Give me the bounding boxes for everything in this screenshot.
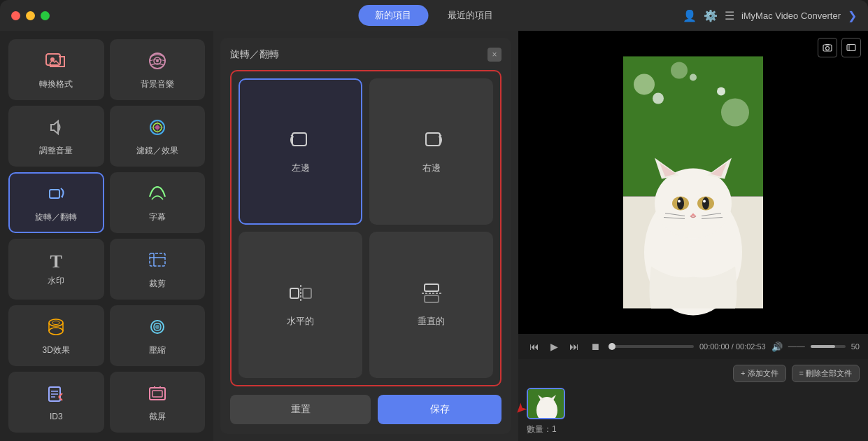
volume-bar[interactable] — [811, 345, 846, 348]
rotate-label: 旋轉／翻轉 — [35, 211, 77, 223]
rotate-option-horizontal[interactable]: 水平的 — [239, 232, 362, 378]
traffic-light-green[interactable] — [41, 11, 50, 20]
volume-icon-sidebar — [45, 118, 66, 141]
delete-all-button[interactable]: = 刪除全部文件 — [792, 365, 860, 382]
file-list-area: + 添加文件 = 刪除全部文件 數量：1 — [518, 359, 868, 441]
play-btn[interactable]: ▶ — [548, 340, 561, 354]
tab-new-project[interactable]: 新的項目 — [358, 5, 428, 26]
svg-rect-27 — [292, 133, 306, 146]
sidebar-item-rotate[interactable]: 旋轉／翻轉 — [8, 172, 104, 233]
rotate-options-container: 左邊 右邊 — [230, 70, 501, 386]
filter-icon — [147, 118, 168, 141]
screenshot-label: 截屏 — [149, 411, 166, 423]
stop-btn[interactable]: ⏹ — [588, 340, 603, 354]
sidebar-item-volume[interactable]: 調整音量 — [8, 106, 104, 167]
add-file-button[interactable]: + 添加文件 — [733, 365, 785, 382]
svg-rect-31 — [303, 288, 311, 298]
video-preview — [518, 31, 868, 334]
sidebar-item-id3[interactable]: ID3 — [8, 372, 104, 433]
right-panel: ⏮ ▶ ⏭ ⏹ 00:00:00 / 00:02:53 🔊 —— 50 + — [518, 31, 868, 441]
file-thumb-inner — [528, 389, 564, 418]
svg-rect-24 — [152, 391, 162, 397]
sidebar-item-3d[interactable]: 3D效果 — [8, 305, 104, 366]
flip-vertical-label: 垂直的 — [418, 315, 445, 328]
svg-point-38 — [721, 99, 749, 127]
dialog-buttons: 重置 保存 ➤ — [230, 395, 501, 424]
flip-horizontal-label: 水平的 — [287, 315, 314, 328]
sidebar-item-compress[interactable]: 壓縮 — [110, 305, 206, 366]
svg-point-37 — [634, 74, 655, 95]
reset-button[interactable]: 重置 — [230, 395, 371, 424]
rotate-option-left[interactable]: 左邊 — [239, 78, 362, 225]
user-icon[interactable]: 👤 — [683, 9, 697, 22]
clip-icon — [147, 251, 168, 274]
tab-recent-project[interactable]: 最近的項目 — [431, 5, 510, 26]
compress-label: 壓縮 — [149, 344, 166, 356]
rotate-dialog-close[interactable]: × — [488, 48, 501, 62]
format-label: 轉換格式 — [39, 78, 73, 90]
settings-icon[interactable]: ⚙️ — [704, 9, 718, 22]
skip-back-btn[interactable]: ⏮ — [527, 340, 542, 354]
file-count: 數量：1 — [527, 424, 860, 435]
time-current: 00:00:00 — [699, 342, 730, 351]
svg-point-40 — [653, 93, 664, 104]
bgmusic-label: 背景音樂 — [141, 78, 174, 90]
sidebar-item-format[interactable]: 轉換格式 — [8, 39, 104, 100]
save-button[interactable]: 保存 — [378, 395, 501, 424]
watermark-label: 水印 — [48, 275, 64, 287]
main-content: 轉換格式 背景音樂 調整音量 濾鏡／效果 旋轉／翻轉 — [0, 31, 868, 441]
skip-forward-btn[interactable]: ⏭ — [567, 340, 582, 354]
time-display: 00:00:00 / 00:02:53 — [699, 342, 766, 351]
svg-rect-8 — [50, 190, 59, 198]
svg-point-54 — [703, 200, 706, 203]
sidebar-item-screenshot[interactable]: 截屏 — [110, 372, 206, 433]
rotate-dialog-header: 旋轉／翻轉 × — [230, 48, 501, 62]
rotate-left-label: 左邊 — [292, 162, 310, 174]
svg-point-53 — [678, 200, 681, 203]
svg-rect-63 — [847, 45, 855, 51]
file-thumbnail-0[interactable] — [527, 388, 565, 419]
traffic-lights — [11, 11, 50, 20]
cat-video-area — [623, 31, 763, 334]
sidebar-item-subtitle[interactable]: 字幕 — [110, 172, 206, 233]
subtitle-label: 字幕 — [149, 211, 166, 223]
sidebar-item-watermark[interactable]: T 水印 — [8, 239, 104, 300]
rotate-option-right[interactable]: 右邊 — [369, 78, 493, 225]
compress-icon — [147, 317, 168, 340]
svg-point-51 — [677, 197, 684, 210]
preview-controls-overlay — [818, 38, 861, 57]
svg-point-52 — [702, 197, 709, 210]
sidebar: 轉換格式 背景音樂 調整音量 濾鏡／效果 旋轉／翻轉 — [0, 31, 213, 441]
menu-icon[interactable]: ☰ — [725, 9, 734, 22]
svg-rect-28 — [426, 133, 440, 146]
sidebar-item-filter[interactable]: 濾鏡／效果 — [110, 106, 206, 167]
progress-dot — [609, 343, 616, 350]
expand-preview-btn[interactable] — [841, 38, 861, 57]
video-controls: ⏮ ▶ ⏭ ⏹ 00:00:00 / 00:02:53 🔊 —— 50 — [518, 334, 868, 359]
svg-point-61 — [826, 47, 830, 50]
svg-rect-9 — [150, 253, 165, 266]
sidebar-item-bgmusic[interactable]: 背景音樂 — [110, 39, 206, 100]
3d-label: 3D效果 — [43, 344, 70, 356]
rotate-dialog-title: 旋轉／翻轉 — [230, 48, 279, 61]
progress-bar[interactable] — [609, 345, 694, 348]
svg-point-4 — [156, 59, 159, 62]
rotate-dialog: 旋轉／翻轉 × 左邊 — [220, 38, 511, 434]
title-right: 👤 ⚙️ ☰ iMyMac Video Converter ❯ — [683, 9, 857, 22]
cat-svg — [623, 31, 763, 334]
rotate-option-vertical[interactable]: 垂直的 — [369, 232, 493, 378]
arrow-icon: ❯ — [848, 9, 857, 22]
screenshot-preview-btn[interactable] — [818, 38, 837, 57]
sidebar-item-clip[interactable]: 裁剪 — [110, 239, 206, 300]
title-tabs: 新的項目 最近的項目 — [358, 5, 510, 26]
volume-icon-control: 🔊 — [771, 342, 783, 352]
filter-label: 濾鏡／效果 — [136, 145, 178, 157]
svg-rect-34 — [425, 295, 439, 302]
rotate-left-icon — [288, 129, 313, 156]
traffic-light-red[interactable] — [11, 11, 20, 20]
svg-rect-33 — [425, 284, 439, 291]
rotate-right-icon — [419, 129, 444, 156]
svg-point-13 — [52, 321, 59, 324]
flip-horizontal-icon — [288, 282, 313, 309]
traffic-light-yellow[interactable] — [26, 11, 35, 20]
